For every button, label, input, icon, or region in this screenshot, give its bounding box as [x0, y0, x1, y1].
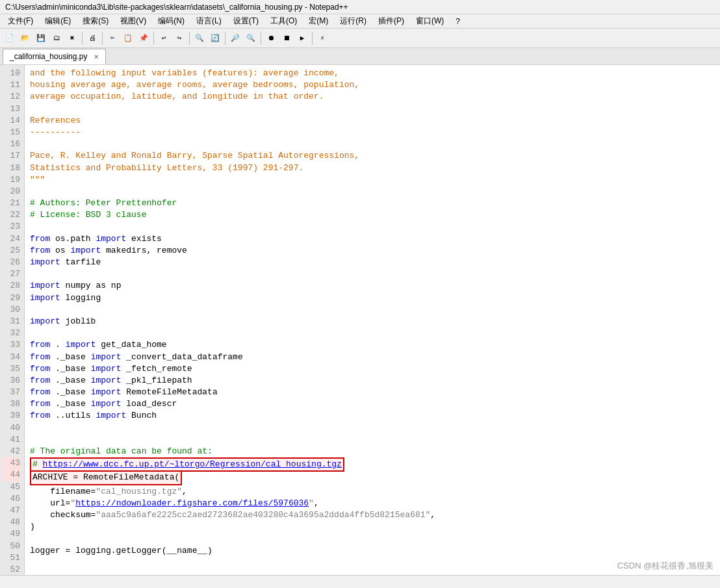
tb-close[interactable]: ✖	[65, 31, 79, 45]
menu-run[interactable]: 运行(R)	[335, 14, 372, 28]
menu-search[interactable]: 搜索(S)	[77, 14, 114, 28]
tb-macro-play[interactable]: ▶	[295, 31, 309, 45]
toolbar-sep-6	[261, 32, 261, 45]
menu-macro[interactable]: 宏(M)	[303, 14, 333, 28]
tab-bar: _california_housing.py ✕	[0, 48, 720, 65]
code-line-49	[30, 533, 715, 544]
tb-new[interactable]: 📄	[3, 31, 17, 45]
tb-redo[interactable]: ↪	[172, 31, 186, 45]
ln-37: 37	[3, 387, 20, 398]
code-line-16	[30, 138, 715, 150]
toolbar-sep-7	[312, 32, 313, 45]
code-line-42: # The original data can be found at:	[30, 446, 715, 457]
tb-macro-stop[interactable]: ⏹	[279, 31, 294, 45]
code-line-12: average occupation, latitude, and longit…	[30, 91, 715, 103]
link-figshare[interactable]: https://ndownloader.figshare.com/files/5…	[75, 498, 309, 508]
code-line-33: from . import get_data_home	[30, 339, 715, 351]
tb-print[interactable]: 🖨	[85, 31, 99, 45]
ln-45: 45	[3, 481, 20, 493]
tb-save-all[interactable]: 🗂	[49, 31, 64, 45]
ln-46: 46	[3, 493, 20, 505]
code-line-27	[30, 268, 715, 280]
tb-replace[interactable]: 🔄	[208, 31, 222, 45]
title-text: C:\Users\admin\miniconda3\Lib\site-packa…	[5, 3, 348, 12]
tb-zoom-in[interactable]: 🔎	[228, 31, 242, 45]
ln-18: 18	[3, 162, 20, 174]
code-line-17: Pace, R. Kelley and Ronald Barry, Sparse…	[30, 150, 715, 162]
menu-view[interactable]: 视图(V)	[115, 14, 151, 28]
ln-20: 20	[3, 186, 20, 198]
ln-23: 23	[3, 221, 20, 233]
toolbar: 📄 📂 💾 🗂 ✖ 🖨 ✂ 📋 📌 ↩ ↪ 🔍 🔄 🔎 🔍 ⏺ ⏹ ▶ ⚡	[0, 29, 720, 48]
code-line-11: housing average age, average rooms, aver…	[30, 79, 715, 91]
tab-label: _california_housing.py	[10, 52, 87, 61]
ln-50: 50	[3, 541, 20, 552]
code-line-29: import logging	[30, 292, 715, 304]
code-line-38: from ._base import load_descr	[30, 398, 715, 410]
code-line-47: checksum="aaa5c9a6afe2225cc2aed2723682ae…	[30, 509, 715, 521]
code-line-19: """	[30, 174, 715, 186]
tb-zoom-out[interactable]: 🔍	[244, 31, 258, 45]
code-line-22: # License: BSD 3 clause	[30, 209, 715, 221]
ln-42: 42	[3, 446, 20, 457]
ln-34: 34	[3, 352, 20, 363]
menu-plugins[interactable]: 插件(P)	[373, 14, 409, 28]
menu-tools[interactable]: 工具(O)	[265, 14, 302, 28]
ln-51: 51	[3, 552, 20, 564]
status-bar: CSDN @桂花很香,旭很美	[0, 575, 720, 588]
menu-encode[interactable]: 编码(N)	[153, 14, 190, 28]
code-line-35: from ._base import _fetch_remote	[30, 363, 715, 375]
tb-copy[interactable]: 📋	[121, 31, 135, 45]
tb-cut[interactable]: ✂	[105, 31, 120, 45]
menu-edit[interactable]: 编辑(E)	[40, 14, 76, 28]
ln-28: 28	[3, 280, 20, 292]
ln-29: 29	[3, 292, 20, 304]
ln-31: 31	[3, 316, 20, 327]
menu-settings[interactable]: 设置(T)	[228, 14, 264, 28]
ln-47: 47	[3, 505, 20, 517]
menu-bar: 文件(F) 编辑(E) 搜索(S) 视图(V) 编码(N) 语言(L) 设置(T…	[0, 14, 720, 29]
code-line-30	[30, 304, 715, 316]
tb-syntax[interactable]: ⚡	[315, 31, 329, 45]
ln-27: 27	[3, 268, 20, 280]
code-line-20	[30, 186, 715, 198]
ln-25: 25	[3, 245, 20, 257]
code-line-21: # Authors: Peter Prettenhofer	[30, 198, 715, 209]
code-line-46: url="https://ndownloader.figshare.com/fi…	[30, 498, 715, 509]
toolbar-sep-3	[153, 32, 154, 45]
code-line-44: ARCHIVE = RemoteFileMetadata(	[30, 472, 182, 485]
ln-36: 36	[3, 375, 20, 387]
toolbar-sep-4	[189, 32, 190, 45]
tab-close-btn[interactable]: ✕	[94, 53, 99, 60]
menu-window[interactable]: 窗口(W)	[411, 14, 449, 28]
tb-undo[interactable]: ↩	[157, 31, 171, 45]
tb-open[interactable]: 📂	[18, 31, 32, 45]
ln-16: 16	[3, 138, 20, 150]
ln-49: 49	[3, 528, 20, 540]
code-line-24: from os.path import exists	[30, 233, 715, 245]
code-area[interactable]: and the following input variables (featu…	[25, 65, 720, 575]
tb-paste[interactable]: 📌	[136, 31, 151, 45]
watermark: CSDN @桂花很香,旭很美	[617, 560, 714, 572]
tb-save[interactable]: 💾	[34, 31, 48, 45]
ln-22: 22	[3, 209, 20, 221]
tb-macro-rec[interactable]: ⏺	[264, 31, 278, 45]
code-line-26: import tarfile	[30, 257, 715, 268]
link-cal-housing[interactable]: https://www.dcc.fc.up.pt/~ltorgo/Regress…	[43, 459, 342, 469]
code-line-28: import numpy as np	[30, 280, 715, 292]
menu-lang[interactable]: 语言(L)	[191, 14, 227, 28]
code-line-14: References	[30, 115, 715, 127]
ln-21: 21	[3, 198, 20, 209]
menu-help[interactable]: ?	[450, 16, 465, 27]
toolbar-sep-1	[82, 32, 83, 45]
ln-40: 40	[3, 422, 20, 434]
ln-24: 24	[3, 233, 20, 245]
code-line-37: from ._base import RemoteFileMetadata	[30, 387, 715, 398]
ln-48: 48	[3, 517, 20, 528]
toolbar-sep-5	[225, 32, 225, 45]
code-line-23	[30, 221, 715, 233]
tb-find[interactable]: 🔍	[192, 31, 207, 45]
menu-file[interactable]: 文件(F)	[3, 14, 38, 28]
line-numbers: 10 11 12 13 14 15 16 17 18 19 20 21 22 2…	[0, 65, 25, 575]
tab-california-housing[interactable]: _california_housing.py ✕	[3, 49, 106, 64]
